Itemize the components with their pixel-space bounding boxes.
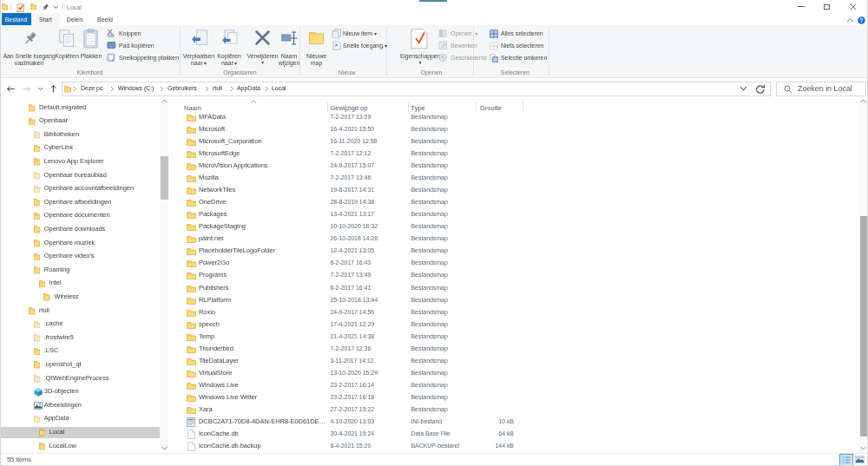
svg-text:..: .. (110, 43, 114, 48)
svg-text:?: ? (860, 17, 864, 23)
